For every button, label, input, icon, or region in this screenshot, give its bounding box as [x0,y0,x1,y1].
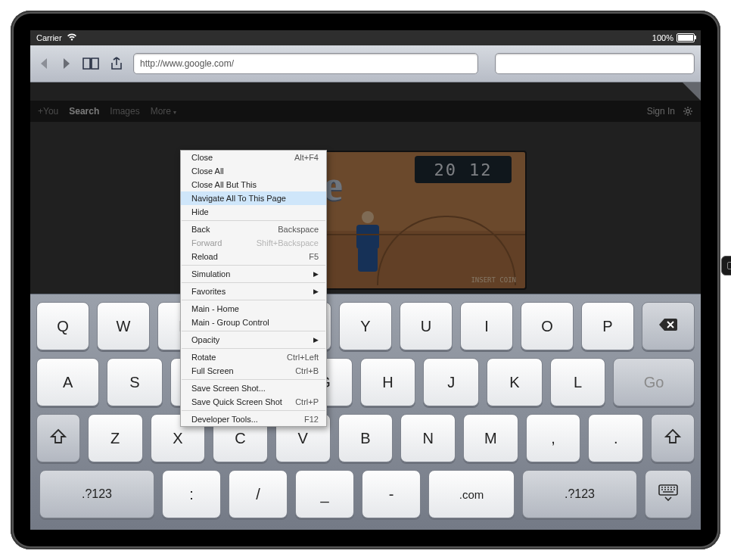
forward-button[interactable] [59,56,74,71]
back-button[interactable] [36,56,51,71]
context-menu-item[interactable]: RotateCtrl+Left [181,350,326,364]
share-icon[interactable] [107,55,126,72]
context-menu-shortcut: Ctrl+Left [287,353,319,362]
context-menu-shortcut: Alt+F4 [294,153,319,162]
key-l[interactable]: L [550,358,606,406]
wifi-icon [67,33,77,42]
ipad-frame: Carrier 100% [11,11,720,549]
context-menu-separator [182,300,325,300]
bookmarks-icon[interactable] [82,55,100,72]
key-m[interactable]: M [463,414,518,462]
context-menu-item-label: Back [191,225,210,234]
context-menu-item[interactable]: Save Quick Screen ShotCtrl+P [181,395,326,409]
key-hide-keyboard[interactable] [645,470,692,518]
submenu-arrow-icon: ▶ [313,336,319,344]
context-menu-item[interactable]: Main - Home [181,302,326,316]
key-slash[interactable]: / [229,470,288,518]
keyboard-row-3: Z X C V B N M , . [36,414,695,462]
status-bar: Carrier 100% [30,30,701,45]
context-menu-item-label: Hide [191,207,209,216]
keyboard-row-4: .?123 : / _ - .com .?123 [36,470,695,518]
key-numeric-left[interactable]: .?123 [39,470,154,518]
carrier-label: Carrier [36,33,62,42]
context-menu-item[interactable]: Hide [181,205,326,219]
context-menu-item-label: Forward [191,238,222,247]
context-menu-item-label: Reload [191,252,218,261]
context-menu-item-label: Close All [191,166,224,176]
key-comma[interactable]: , [526,414,581,462]
search-field[interactable] [495,53,695,74]
key-u[interactable]: U [400,302,453,350]
context-menu-item[interactable]: Close All But This [181,178,326,191]
key-a[interactable]: A [36,358,99,406]
shift-icon [49,428,67,449]
context-menu-item-label: Save Quick Screen Shot [191,397,282,406]
key-n[interactable]: N [400,414,456,462]
context-menu-item[interactable]: Favorites▶ [181,285,326,298]
context-menu-shortcut: Backspace [278,225,319,234]
context-menu-item-label: Main - Group Control [191,318,269,327]
key-p[interactable]: P [581,302,634,350]
key-y[interactable]: Y [339,302,392,350]
url-text: http://www.google.com/ [140,58,234,69]
key-o[interactable]: O [521,302,574,350]
context-menu-separator [182,331,325,331]
key-period[interactable]: . [588,414,643,462]
ipad-screen: Carrier 100% [30,30,701,530]
key-b[interactable]: B [338,414,393,462]
context-menu-separator [182,410,325,411]
context-menu-item-label: Navigate All To This Page [191,194,286,203]
context-menu-item[interactable]: Developer Tools...F12 [181,412,326,426]
key-s[interactable]: S [107,358,163,406]
context-menu-item-label: Full Screen [191,366,234,375]
key-shift-right[interactable] [651,414,695,462]
safari-toolbar: http://www.google.com/ [30,45,701,82]
key-colon[interactable]: : [162,470,221,518]
key-dotcom[interactable]: .com [428,470,515,518]
context-menu-item[interactable]: ReloadF5 [181,250,326,263]
context-menu-item[interactable]: Close All [181,164,326,178]
context-menu-item-label: Opacity [191,335,219,344]
key-go[interactable]: Go [613,358,695,406]
url-field[interactable]: http://www.google.com/ [133,53,478,74]
context-menu-item[interactable]: Main - Group Control [181,316,326,329]
ipad-home-button[interactable] [721,256,731,275]
battery-icon [677,33,695,42]
shift-icon [664,428,682,449]
key-w[interactable]: W [97,302,150,350]
context-menu-item-label: Main - Home [191,304,239,313]
context-menu-item[interactable]: Simulation▶ [181,267,326,281]
context-menu-item[interactable]: Save Screen Shot... [181,381,326,395]
key-i[interactable]: I [460,302,513,350]
context-menu-item[interactable]: Navigate All To This Page [181,191,326,205]
context-menu-item-label: Favorites [191,287,226,296]
context-menu-item[interactable]: BackBackspace [181,222,326,236]
key-shift-left[interactable] [36,414,80,462]
context-menu-item[interactable]: CloseAlt+F4 [181,151,326,164]
context-menu-separator [182,282,325,283]
context-menu-separator [182,348,325,349]
context-menu-item-label: Save Screen Shot... [191,384,266,393]
context-menu-item[interactable]: Opacity▶ [181,333,326,347]
hide-keyboard-icon [658,484,679,506]
key-q[interactable]: Q [36,302,89,350]
key-j[interactable]: J [423,358,479,406]
key-k[interactable]: K [487,358,543,406]
context-menu-shortcut: Ctrl+P [295,397,319,406]
context-menu-item-label: Close All But This [191,180,257,189]
context-menu-shortcut: F12 [304,415,319,424]
context-menu-separator [182,265,325,266]
key-backspace[interactable] [642,302,695,350]
context-menu-item-label: Developer Tools... [191,415,258,424]
key-h[interactable]: H [360,358,416,406]
key-dash[interactable]: - [362,470,421,518]
context-menu-separator [182,379,325,380]
context-menu-item[interactable]: Full ScreenCtrl+B [181,364,326,378]
backspace-icon [658,317,679,336]
battery-pct: 100% [652,33,673,42]
key-z[interactable]: Z [88,414,143,462]
key-numeric-right[interactable]: .?123 [522,470,637,518]
key-underscore[interactable]: _ [295,470,354,518]
submenu-arrow-icon: ▶ [313,270,319,278]
context-menu-item: ForwardShift+Backspace [181,236,326,250]
